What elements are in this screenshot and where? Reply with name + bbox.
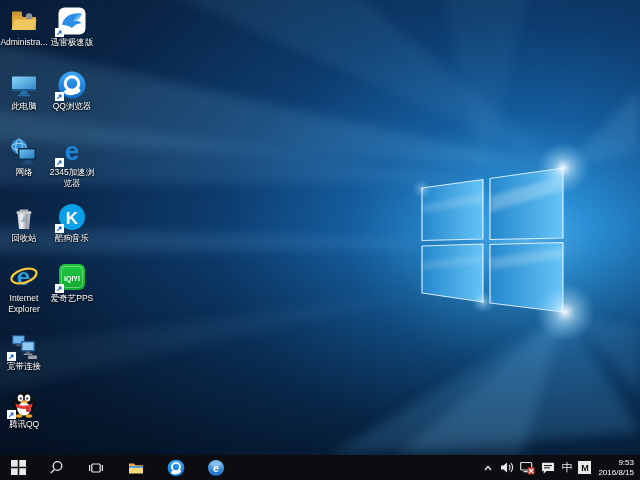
show-hidden-icons-button[interactable] xyxy=(479,455,497,480)
clock-date: 2016/8/15 xyxy=(598,468,634,478)
file-explorer-icon xyxy=(128,461,144,475)
shortcut-arrow-icon xyxy=(55,28,64,37)
message-bubble-icon xyxy=(541,461,555,475)
shortcut-arrow-icon xyxy=(55,224,64,233)
desktop-icon-kugou-music[interactable]: K 酷狗音乐 xyxy=(48,202,96,244)
qq-browser-icon xyxy=(167,459,185,477)
ime-mode-indicator[interactable]: M xyxy=(575,455,594,480)
desktop-icon-label: 网络 xyxy=(0,167,48,178)
desktop-icon-label: Administra... xyxy=(0,37,48,48)
desktop-icon-2345-browser[interactable]: e 2345加速浏 览器 xyxy=(48,136,96,189)
desktop-icon-this-pc[interactable]: 此电脑 xyxy=(0,70,48,112)
desktop-icon-tencent-qq[interactable]: 腾讯QQ xyxy=(0,388,48,430)
task-view-button[interactable] xyxy=(76,455,116,480)
blue-sphere-e-icon: e xyxy=(207,459,225,477)
desktop-icon-label: 酷狗音乐 xyxy=(48,233,96,244)
chevron-up-icon xyxy=(482,462,494,474)
volume-button[interactable] xyxy=(497,455,517,480)
recycle-bin-icon xyxy=(9,202,39,232)
shortcut-arrow-icon xyxy=(55,158,64,167)
svg-text:K: K xyxy=(66,209,79,228)
desktop-icon-administrator[interactable]: Administra... xyxy=(0,6,48,48)
desktop: Administra... 此电脑 xyxy=(0,0,640,480)
desktop-icon-label: 腾讯QQ xyxy=(0,419,48,430)
desktop-icon-label: 爱奇艺PPS xyxy=(48,293,96,304)
desktop-icon-broadband[interactable]: 宽带连接 xyxy=(0,330,48,372)
clock-time: 9:53 xyxy=(598,458,634,468)
file-explorer-button[interactable] xyxy=(116,455,156,480)
monitor-icon xyxy=(9,70,39,100)
ie-icon: e xyxy=(9,262,39,292)
network-disconnected-icon xyxy=(520,461,535,475)
search-button[interactable] xyxy=(36,455,76,480)
desktop-icon-internet-explorer[interactable]: e Internet Explorer xyxy=(0,262,48,315)
windows-logo-icon xyxy=(11,460,26,475)
start-button[interactable] xyxy=(0,455,36,480)
network-globe-monitor-icon xyxy=(9,136,39,166)
network-status-button[interactable] xyxy=(517,455,538,480)
desktop-icon-qq-browser[interactable]: QQ浏览器 xyxy=(48,70,96,112)
shortcut-arrow-icon xyxy=(7,352,16,361)
desktop-icon-label: QQ浏览器 xyxy=(48,101,96,112)
2345-browser-taskbar-button[interactable]: e xyxy=(196,455,236,480)
qq-browser-taskbar-button[interactable] xyxy=(156,455,196,480)
svg-text:iQIYI: iQIYI xyxy=(64,275,80,283)
svg-text:e: e xyxy=(65,136,79,166)
ime-mode-badge: M xyxy=(578,461,591,474)
ime-language-indicator[interactable]: 中 xyxy=(558,455,575,480)
desktop-icon-network[interactable]: 网络 xyxy=(0,136,48,178)
desktop-icon-label: 此电脑 xyxy=(0,101,48,112)
desktop-icon-label: Internet Explorer xyxy=(0,293,48,315)
desktop-icon-thunder[interactable]: 迅雷极速版 xyxy=(48,6,96,48)
desktop-icon-label: 宽带连接 xyxy=(0,361,48,372)
desktop-icon-label: 回收站 xyxy=(0,233,48,244)
system-tray: 中 M 9:53 2016/8/15 xyxy=(479,455,640,480)
shortcut-arrow-icon xyxy=(55,92,64,101)
svg-text:e: e xyxy=(213,462,219,474)
task-view-icon xyxy=(88,461,104,475)
desktop-icon-iqiyi-pps[interactable]: iQIYI 爱奇艺PPS xyxy=(48,262,96,304)
desktop-icon-label: 迅雷极速版 xyxy=(48,37,96,48)
taskbar-clock[interactable]: 9:53 2016/8/15 xyxy=(594,458,640,477)
user-folder-icon xyxy=(9,6,39,36)
desktop-icon-label: 2345加速浏 览器 xyxy=(48,167,96,189)
speaker-icon xyxy=(500,461,514,474)
messenger-tray-button[interactable] xyxy=(538,455,558,480)
taskbar: e xyxy=(0,455,640,480)
search-icon xyxy=(49,460,64,475)
shortcut-arrow-icon xyxy=(55,284,64,293)
svg-text:e: e xyxy=(17,263,30,290)
shortcut-arrow-icon xyxy=(7,410,16,419)
wallpaper-windows-hero xyxy=(0,0,640,455)
desktop-icon-recycle-bin[interactable]: 回收站 xyxy=(0,202,48,244)
